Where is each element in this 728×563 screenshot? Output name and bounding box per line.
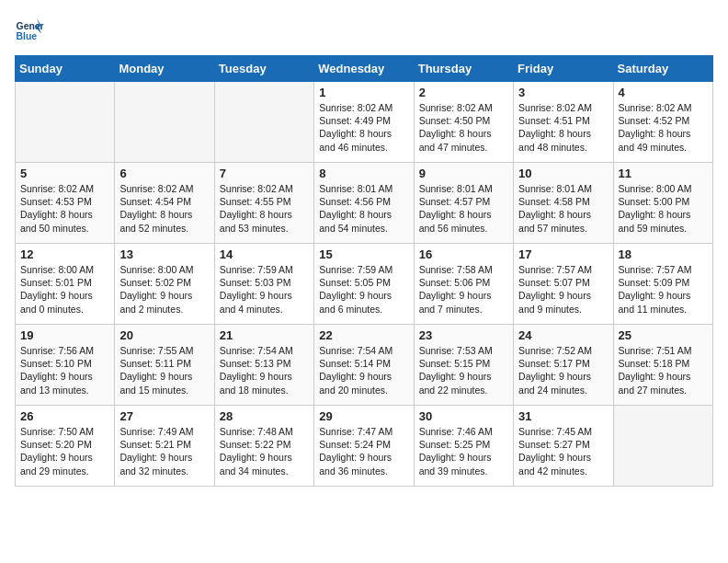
cell-info: Sunrise: 8:02 AMSunset: 4:54 PMDaylight:… [119, 182, 209, 235]
logo-icon: General Blue [15, 15, 44, 44]
cell-info: Sunrise: 7:51 AMSunset: 5:18 PMDaylight:… [619, 344, 708, 396]
calendar-cell: 12Sunrise: 8:00 AMSunset: 5:01 PMDayligh… [16, 244, 115, 325]
calendar-cell: 17Sunrise: 7:57 AMSunset: 5:07 PMDayligh… [514, 244, 613, 325]
day-number: 1 [319, 86, 408, 99]
weekday-header-tuesday: Tuesday [214, 56, 313, 82]
cell-info: Sunrise: 7:57 AMSunset: 5:07 PMDaylight:… [518, 263, 608, 316]
calendar-cell: 16Sunrise: 7:58 AMSunset: 5:06 PMDayligh… [414, 244, 513, 325]
calendar-week-row: 1Sunrise: 8:02 AMSunset: 4:49 PMDaylight… [16, 82, 713, 163]
calendar-cell: 21Sunrise: 7:54 AMSunset: 5:13 PMDayligh… [214, 325, 313, 406]
day-number: 15 [319, 247, 408, 261]
cell-info: Sunrise: 7:48 AMSunset: 5:22 PMDaylight:… [220, 425, 309, 477]
cell-info: Sunrise: 7:58 AMSunset: 5:06 PMDaylight:… [419, 263, 508, 316]
day-number: 19 [20, 328, 109, 342]
cell-info: Sunrise: 8:02 AMSunset: 4:55 PMDaylight:… [220, 182, 309, 235]
calendar-cell: 31Sunrise: 7:45 AMSunset: 5:27 PMDayligh… [514, 406, 613, 487]
cell-info: Sunrise: 7:50 AMSunset: 5:20 PMDaylight:… [20, 425, 109, 477]
calendar-cell: 13Sunrise: 8:00 AMSunset: 5:02 PMDayligh… [115, 244, 214, 325]
weekday-header-monday: Monday [115, 56, 214, 82]
day-number: 30 [419, 409, 508, 423]
cell-info: Sunrise: 8:00 AMSunset: 5:00 PMDaylight:… [619, 182, 708, 235]
cell-info: Sunrise: 8:00 AMSunset: 5:01 PMDaylight:… [20, 263, 109, 316]
calendar-cell: 15Sunrise: 7:59 AMSunset: 5:05 PMDayligh… [314, 244, 414, 325]
calendar-cell: 1Sunrise: 8:02 AMSunset: 4:49 PMDaylight… [314, 82, 414, 163]
calendar-cell: 29Sunrise: 7:47 AMSunset: 5:24 PMDayligh… [314, 406, 414, 487]
calendar-cell: 28Sunrise: 7:48 AMSunset: 5:22 PMDayligh… [214, 406, 313, 487]
day-number: 17 [518, 247, 608, 261]
calendar-cell: 5Sunrise: 8:02 AMSunset: 4:53 PMDaylight… [16, 163, 115, 244]
calendar-table: SundayMondayTuesdayWednesdayThursdayFrid… [15, 55, 713, 487]
calendar-cell [214, 82, 313, 163]
calendar-cell: 25Sunrise: 7:51 AMSunset: 5:18 PMDayligh… [613, 325, 712, 406]
calendar-cell: 23Sunrise: 7:53 AMSunset: 5:15 PMDayligh… [414, 325, 513, 406]
day-number: 21 [220, 328, 309, 342]
day-number: 2 [419, 86, 508, 99]
day-number: 31 [518, 409, 608, 423]
day-number: 6 [119, 167, 209, 180]
calendar-cell: 7Sunrise: 8:02 AMSunset: 4:55 PMDaylight… [214, 163, 313, 244]
calendar-cell: 24Sunrise: 7:52 AMSunset: 5:17 PMDayligh… [514, 325, 613, 406]
weekday-header-wednesday: Wednesday [314, 56, 414, 82]
calendar-cell: 11Sunrise: 8:00 AMSunset: 5:00 PMDayligh… [613, 163, 712, 244]
calendar-cell: 3Sunrise: 8:02 AMSunset: 4:51 PMDaylight… [514, 82, 613, 163]
day-number: 27 [119, 409, 209, 423]
day-number: 20 [119, 328, 209, 342]
cell-info: Sunrise: 7:59 AMSunset: 5:05 PMDaylight:… [319, 263, 408, 316]
day-number: 25 [619, 328, 708, 342]
day-number: 8 [319, 167, 408, 180]
cell-info: Sunrise: 7:56 AMSunset: 5:10 PMDaylight:… [20, 344, 109, 396]
day-number: 3 [518, 86, 608, 99]
cell-info: Sunrise: 7:49 AMSunset: 5:21 PMDaylight:… [119, 425, 209, 477]
calendar-cell: 6Sunrise: 8:02 AMSunset: 4:54 PMDaylight… [115, 163, 214, 244]
cell-info: Sunrise: 8:02 AMSunset: 4:52 PMDaylight:… [619, 101, 708, 154]
day-number: 4 [619, 86, 708, 99]
calendar-cell: 26Sunrise: 7:50 AMSunset: 5:20 PMDayligh… [16, 406, 115, 487]
calendar-cell: 9Sunrise: 8:01 AMSunset: 4:57 PMDaylight… [414, 163, 513, 244]
calendar-cell: 20Sunrise: 7:55 AMSunset: 5:11 PMDayligh… [115, 325, 214, 406]
calendar-cell [16, 82, 115, 163]
cell-info: Sunrise: 8:02 AMSunset: 4:53 PMDaylight:… [20, 182, 109, 235]
calendar-cell [613, 406, 712, 487]
page-header: General Blue [15, 15, 713, 44]
weekday-header-row: SundayMondayTuesdayWednesdayThursdayFrid… [16, 56, 713, 82]
calendar-week-row: 26Sunrise: 7:50 AMSunset: 5:20 PMDayligh… [16, 406, 713, 487]
cell-info: Sunrise: 7:45 AMSunset: 5:27 PMDaylight:… [518, 425, 608, 477]
day-number: 23 [419, 328, 508, 342]
day-number: 26 [20, 409, 109, 423]
cell-info: Sunrise: 7:59 AMSunset: 5:03 PMDaylight:… [220, 263, 309, 316]
day-number: 16 [419, 247, 508, 261]
day-number: 29 [319, 409, 408, 423]
day-number: 7 [220, 167, 309, 180]
day-number: 5 [20, 167, 109, 180]
cell-info: Sunrise: 7:46 AMSunset: 5:25 PMDaylight:… [419, 425, 508, 477]
day-number: 18 [619, 247, 708, 261]
cell-info: Sunrise: 8:00 AMSunset: 5:02 PMDaylight:… [119, 263, 209, 316]
calendar-cell: 14Sunrise: 7:59 AMSunset: 5:03 PMDayligh… [214, 244, 313, 325]
logo: General Blue [15, 15, 48, 44]
calendar-cell: 27Sunrise: 7:49 AMSunset: 5:21 PMDayligh… [115, 406, 214, 487]
day-number: 24 [518, 328, 608, 342]
calendar-cell [115, 82, 214, 163]
day-number: 11 [619, 167, 708, 180]
cell-info: Sunrise: 7:54 AMSunset: 5:14 PMDaylight:… [319, 344, 408, 396]
cell-info: Sunrise: 8:01 AMSunset: 4:56 PMDaylight:… [319, 182, 408, 235]
calendar-cell: 18Sunrise: 7:57 AMSunset: 5:09 PMDayligh… [613, 244, 712, 325]
calendar-week-row: 19Sunrise: 7:56 AMSunset: 5:10 PMDayligh… [16, 325, 713, 406]
cell-info: Sunrise: 7:52 AMSunset: 5:17 PMDaylight:… [518, 344, 608, 396]
day-number: 13 [119, 247, 209, 261]
cell-info: Sunrise: 8:02 AMSunset: 4:49 PMDaylight:… [319, 101, 408, 154]
cell-info: Sunrise: 7:53 AMSunset: 5:15 PMDaylight:… [419, 344, 508, 396]
weekday-header-sunday: Sunday [16, 56, 115, 82]
cell-info: Sunrise: 8:01 AMSunset: 4:58 PMDaylight:… [518, 182, 608, 235]
calendar-cell: 22Sunrise: 7:54 AMSunset: 5:14 PMDayligh… [314, 325, 414, 406]
calendar-cell: 30Sunrise: 7:46 AMSunset: 5:25 PMDayligh… [414, 406, 513, 487]
cell-info: Sunrise: 8:02 AMSunset: 4:50 PMDaylight:… [419, 101, 508, 154]
svg-text:General: General [17, 21, 44, 31]
calendar-week-row: 12Sunrise: 8:00 AMSunset: 5:01 PMDayligh… [16, 244, 713, 325]
cell-info: Sunrise: 8:01 AMSunset: 4:57 PMDaylight:… [419, 182, 508, 235]
day-number: 22 [319, 328, 408, 342]
cell-info: Sunrise: 7:47 AMSunset: 5:24 PMDaylight:… [319, 425, 408, 477]
day-number: 28 [220, 409, 309, 423]
day-number: 12 [20, 247, 109, 261]
cell-info: Sunrise: 7:55 AMSunset: 5:11 PMDaylight:… [119, 344, 209, 396]
